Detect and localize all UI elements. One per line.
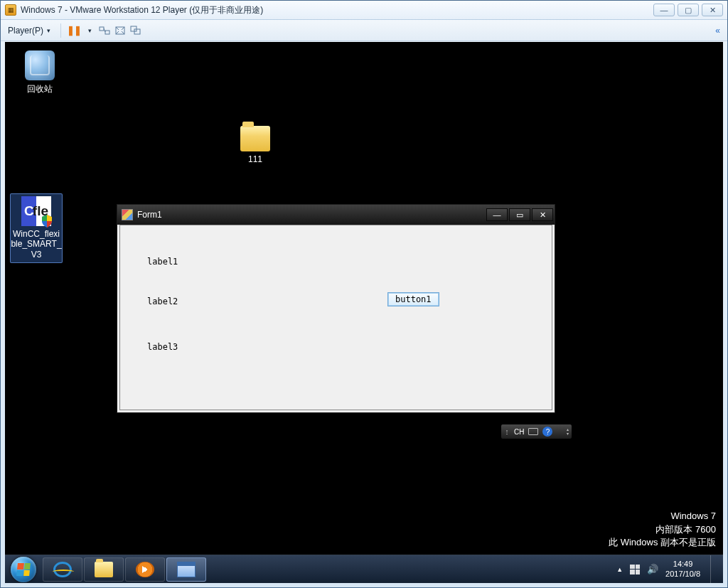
form1-titlebar[interactable]: Form1 — ▭ ✕ [117,205,555,225]
watermark-line1: Windows 7 [609,510,716,523]
svg-rect-1 [105,31,109,34]
ime-help-icon[interactable]: ? [542,427,552,437]
taskbar-ie[interactable] [43,557,82,582]
explorer-icon [95,562,113,577]
windows-taskbar: ▲ 🔊 14:49 2017/10/8 [5,555,723,583]
show-desktop-button[interactable] [710,555,717,584]
tray-show-hidden-icon[interactable]: ▲ [616,566,623,573]
vmware-maximize-button[interactable]: ▢ [678,4,699,16]
vmware-icon: ▦ [5,4,16,16]
form1-minimize-button[interactable]: — [486,208,508,221]
svg-rect-0 [100,27,104,31]
form1-window[interactable]: Form1 — ▭ ✕ label1 label2 label3 button1 [117,204,555,413]
ime-drag-handle-icon[interactable]: ⋮ [504,429,510,435]
windows-watermark: Windows 7 内部版本 7600 此 Windows 副本不是正版 [609,510,716,549]
form1-maximize-button[interactable]: ▭ [509,208,530,221]
unity-icon[interactable] [130,25,141,36]
taskbar-explorer[interactable] [84,557,124,582]
tray-date: 2017/10/8 [665,570,700,579]
vmware-player-window: ▦ Windows 7 - VMware Workstation 12 Play… [0,0,728,588]
vmware-toolbar: Player(P) ❚❚ « [1,20,727,41]
ime-language-bar[interactable]: ⋮ CH ? ▴▾ [500,424,572,439]
ie-icon [53,562,72,577]
folder-111-icon[interactable]: 111 [229,122,282,164]
form1-app-icon [122,209,133,220]
vmware-titlebar[interactable]: ▦ Windows 7 - VMware Workstation 12 Play… [1,1,727,20]
tray-time: 14:49 [665,560,700,569]
form1-close-button[interactable]: ✕ [532,208,553,221]
vm-power-dropdown[interactable] [84,26,95,36]
pause-icon[interactable]: ❚❚ [68,25,80,36]
ime-options-icon[interactable]: ▴▾ [567,428,569,436]
folder-111-label: 111 [229,154,282,164]
recycle-bin-icon[interactable]: 回收站 [14,50,66,95]
player-menu[interactable]: Player(P) [5,24,53,37]
recycle-bin-label: 回收站 [14,83,66,95]
wincc-glyph: CCfle [21,196,51,226]
folder-glyph [240,126,270,151]
taskbar-form1[interactable] [166,557,206,582]
recycle-bin-glyph [25,50,55,80]
winform-icon [177,562,196,577]
form1-client-area: label1 label2 label3 button1 [119,225,552,410]
collapse-toolbar-icon[interactable]: « [715,26,723,36]
volume-icon[interactable]: 🔊 [647,564,658,574]
keyboard-icon[interactable] [528,428,538,435]
wincc-shortcut-icon[interactable]: CCfle WinCC_flexible_SMART_V3 [10,193,63,263]
ime-language-label[interactable]: CH [514,428,524,436]
windows-logo-icon [16,563,31,576]
label2: label2 [147,296,178,306]
fullscreen-icon[interactable] [114,25,126,36]
action-center-icon[interactable] [630,565,640,574]
wincc-label: WinCC_flexible_SMART_V3 [11,229,62,260]
form1-title-text: Form1 [137,210,162,220]
vmware-title-text: Windows 7 - VMware Workstation 12 Player… [21,4,263,16]
media-player-icon [136,562,154,577]
vmware-minimize-button[interactable]: — [653,4,675,16]
watermark-line2: 内部版本 7600 [609,523,716,536]
uac-shield-icon [41,215,53,228]
start-button[interactable] [9,555,38,584]
tray-clock[interactable]: 14:49 2017/10/8 [665,560,700,578]
label1: label1 [147,257,178,267]
send-ctrl-alt-del-icon[interactable] [99,25,110,36]
toolbar-separator [60,23,61,38]
vmware-close-button[interactable]: ✕ [702,4,723,16]
button1[interactable]: button1 [387,292,439,306]
system-tray: ▲ 🔊 14:49 2017/10/8 [616,555,723,583]
guest-desktop[interactable]: 回收站 111 CCfle WinCC_flexible_SMART_V3 Fo… [5,42,723,583]
taskbar-media-player[interactable] [125,557,165,582]
label3: label3 [147,342,178,352]
watermark-line3: 此 Windows 副本不是正版 [609,536,716,549]
